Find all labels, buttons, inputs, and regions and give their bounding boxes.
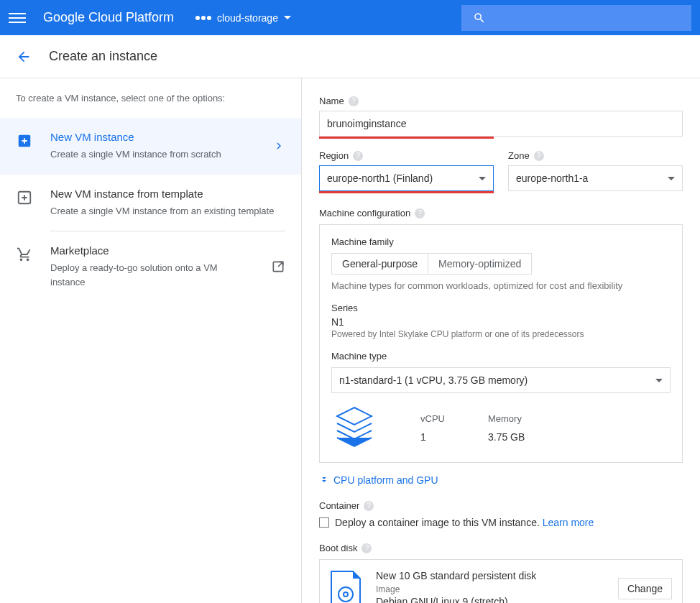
memory-value: 3.75 GB (488, 431, 525, 443)
search-icon (473, 11, 486, 24)
help-icon[interactable]: ? (349, 96, 359, 106)
option-new-vm[interactable]: New VM instance Create a single VM insta… (0, 118, 301, 175)
container-label: Container? (319, 500, 683, 511)
series-desc: Powered by Intel Skylake CPU platform or… (331, 329, 671, 339)
project-selector[interactable]: cloud-storage (195, 12, 291, 24)
change-button[interactable]: Change (618, 578, 672, 599)
disk-icon (330, 570, 361, 603)
machine-family-label: Machine family (331, 236, 671, 247)
option-sub: Create a single VM instance from scratch (50, 147, 255, 162)
option-marketplace[interactable]: Marketplace Deploy a ready-to-go solutio… (0, 231, 301, 302)
form-panel: Name? Region? europe-north1 (Finland) Zo… (302, 78, 700, 603)
help-icon[interactable]: ? (361, 543, 372, 553)
machine-type-label: Machine type (331, 351, 671, 362)
help-icon[interactable]: ? (353, 151, 363, 161)
machine-config-label: Machine configuration? (319, 208, 683, 218)
cpu-platform-expand[interactable]: CPU platform and GPU (319, 474, 683, 486)
zone-label: Zone? (508, 150, 683, 161)
family-desc: Machine types for common workloads, opti… (331, 280, 671, 291)
vcpu-label: vCPU (420, 413, 445, 424)
container-checkbox[interactable] (319, 517, 329, 528)
sidebar-intro: To create a VM instance, select one of t… (0, 93, 301, 118)
option-title: Marketplace (50, 244, 254, 257)
machine-config-card: Machine family General-purpose Memory-op… (319, 224, 683, 463)
learn-more-link[interactable]: Learn more (543, 517, 594, 528)
help-icon[interactable]: ? (364, 501, 374, 511)
plus-square-icon (16, 132, 33, 149)
page-title: Create an instance (49, 49, 157, 64)
top-bar: Google Cloud Platform cloud-storage (0, 0, 700, 35)
bootdisk-image: Debian GNU/Linux 9 (stretch) (376, 596, 604, 603)
option-sub: Create a single VM instance from an exis… (50, 204, 285, 218)
marketplace-icon (16, 246, 33, 263)
machine-type-select[interactable]: n1-standard-1 (1 vCPU, 3.75 GB memory) (331, 367, 671, 393)
zone-select[interactable]: europe-north1-a (508, 165, 683, 191)
project-icon (195, 16, 211, 20)
sub-header: Create an instance (0, 35, 700, 78)
vcpu-value: 1 (420, 431, 445, 443)
external-icon (271, 259, 285, 274)
menu-icon[interactable] (9, 10, 26, 26)
stack-icon (331, 405, 377, 451)
sidebar: To create a VM instance, select one of t… (0, 78, 302, 603)
double-chevron-down-icon (319, 475, 329, 485)
option-sub: Deploy a ready-to-go solution onto a VM … (50, 261, 254, 289)
name-input[interactable] (319, 111, 683, 137)
bootdisk-title: New 10 GB standard persistent disk (376, 570, 604, 581)
region-select[interactable]: europe-north1 (Finland) (319, 165, 494, 191)
caret-down-icon (284, 16, 291, 19)
help-icon[interactable]: ? (534, 151, 544, 161)
bootdisk-label: Boot disk? (319, 543, 683, 553)
memory-label: Memory (488, 413, 525, 424)
project-name: cloud-storage (217, 12, 278, 24)
name-label: Name? (319, 96, 683, 106)
search-input[interactable] (461, 5, 691, 31)
option-new-vm-template[interactable]: New VM instance from template Create a s… (0, 175, 301, 231)
template-square-icon (16, 189, 33, 206)
option-title: New VM instance from template (50, 188, 285, 200)
caret-down-icon (668, 177, 675, 180)
family-tabs: General-purpose Memory-optimized (331, 253, 532, 275)
chevron-right-icon (272, 139, 285, 152)
bootdisk-card: New 10 GB standard persistent disk Image… (319, 559, 683, 603)
back-arrow-icon[interactable] (16, 49, 32, 65)
option-title: New VM instance (50, 131, 255, 143)
brand-title: Google Cloud Platform (43, 10, 174, 25)
svg-point-4 (344, 592, 348, 597)
series-label: Series (331, 303, 671, 313)
tab-general-purpose[interactable]: General-purpose (332, 254, 428, 274)
region-label: Region? (319, 150, 494, 161)
help-icon[interactable]: ? (415, 208, 425, 218)
caret-down-icon (655, 379, 663, 382)
caret-down-icon (479, 177, 486, 180)
series-value: N1 (331, 316, 671, 328)
bootdisk-image-label: Image (376, 584, 604, 594)
svg-point-3 (339, 587, 353, 602)
container-text: Deploy a container image to this VM inst… (335, 517, 594, 528)
tab-memory-optimized[interactable]: Memory-optimized (428, 254, 531, 274)
